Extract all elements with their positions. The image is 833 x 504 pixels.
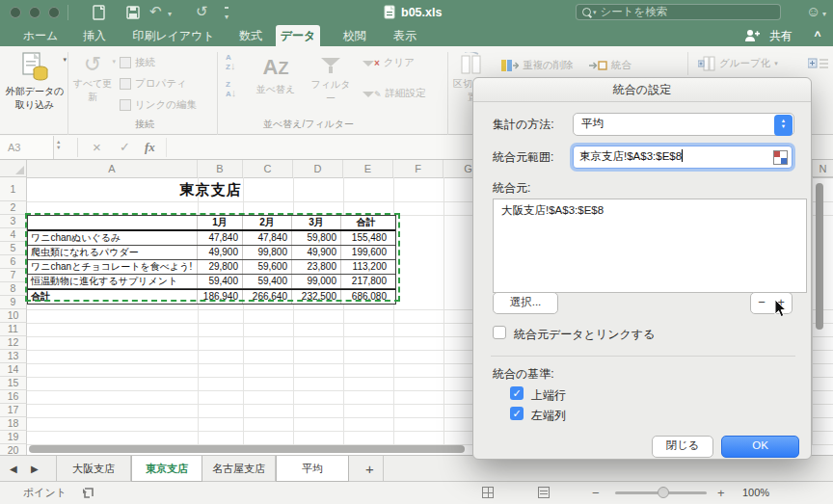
- page-layout-view-icon[interactable]: [538, 487, 550, 498]
- browse-button[interactable]: 選択...: [493, 292, 558, 314]
- tab-view[interactable]: 表示: [384, 25, 426, 46]
- show-detail-button[interactable]: [808, 56, 829, 71]
- remove-duplicates-button[interactable]: 重複の削除: [501, 58, 574, 73]
- sheet-title-cell[interactable]: 東京支店: [27, 177, 394, 201]
- row-header[interactable]: 16: [0, 390, 27, 404]
- undo-caret-icon[interactable]: ▾: [168, 7, 172, 22]
- sheet-tab-heikin[interactable]: 平均: [276, 456, 349, 482]
- name-box[interactable]: A3: [0, 136, 54, 159]
- consolidate-button[interactable]: 統合: [588, 58, 631, 73]
- cell[interactable]: ワニchanぬいぐるみ: [28, 231, 198, 245]
- cell[interactable]: 217,800: [341, 275, 390, 288]
- cell[interactable]: 113,200: [341, 260, 390, 274]
- row-header[interactable]: 6: [0, 255, 27, 269]
- undo-button[interactable]: ↶: [149, 4, 162, 19]
- tab-review[interactable]: 校閲: [334, 25, 376, 46]
- cell[interactable]: 59,400: [198, 275, 243, 288]
- zoom-level[interactable]: 100%: [742, 482, 769, 504]
- enter-icon[interactable]: ✓: [120, 136, 130, 159]
- row-header[interactable]: 7: [0, 269, 27, 282]
- top-row-checkbox[interactable]: ✓: [510, 386, 524, 400]
- cell[interactable]: 199,600: [341, 246, 390, 259]
- sort-button[interactable]: AZ 並べ替え: [251, 52, 301, 96]
- cell[interactable]: 合計: [341, 216, 390, 229]
- column-header[interactable]: C: [243, 160, 293, 177]
- cell[interactable]: 266,640: [243, 290, 292, 304]
- dialog-title[interactable]: 統合の設定: [473, 78, 811, 102]
- advanced-filter-button[interactable]: ✎ 詳細設定: [363, 87, 426, 100]
- minimize-window-button[interactable]: [29, 7, 40, 18]
- row-header[interactable]: 20: [0, 444, 27, 455]
- share-person-icon[interactable]: [744, 29, 760, 46]
- source-item[interactable]: 大阪支店!$A$3:$E$8: [501, 203, 798, 218]
- properties-button[interactable]: プロパティ: [120, 77, 187, 91]
- close-window-button[interactable]: [10, 7, 21, 18]
- edit-links-button[interactable]: リンクの編集: [120, 98, 197, 112]
- row-header[interactable]: 2: [0, 201, 27, 215]
- close-button[interactable]: 閉じる: [652, 436, 713, 458]
- normal-view-icon[interactable]: [482, 487, 494, 498]
- tab-page-layout[interactable]: 印刷レイアウト: [123, 25, 224, 46]
- cell[interactable]: ワニchanとチョコレートを食べよう!: [28, 260, 198, 274]
- search-caret-icon[interactable]: ▾: [593, 9, 597, 16]
- tab-insert[interactable]: 挿入: [73, 25, 116, 46]
- row-header[interactable]: 18: [0, 417, 27, 431]
- feedback-smiley-icon[interactable]: ☺: [806, 4, 820, 19]
- toolbar-overflow-icon[interactable]: ▾: [225, 7, 228, 25]
- zoom-window-button[interactable]: [48, 7, 60, 18]
- cell[interactable]: 49,900: [198, 246, 243, 259]
- clear-filter-button[interactable]: × クリア: [363, 56, 415, 69]
- row-header[interactable]: 9: [0, 296, 27, 309]
- row-header[interactable]: 4: [0, 228, 27, 242]
- left-column-checkbox[interactable]: ✓: [510, 407, 524, 420]
- sort-ascending-button[interactable]: AZ↓: [226, 54, 235, 71]
- vertical-scrollbar[interactable]: [816, 183, 823, 330]
- column-header[interactable]: F: [393, 160, 443, 177]
- name-box-stepper[interactable]: ▲▼: [56, 139, 61, 150]
- sheet-tab-tokyo[interactable]: 東京支店: [131, 456, 202, 482]
- cell[interactable]: 恒温動物に進化するサプリメント: [28, 275, 198, 288]
- row-header[interactable]: 15: [0, 377, 27, 390]
- column-header[interactable]: E: [343, 160, 393, 177]
- connections-button[interactable]: 接続: [120, 56, 155, 69]
- row-header[interactable]: 3: [0, 215, 27, 228]
- row-header[interactable]: 12: [0, 336, 27, 350]
- cell[interactable]: 1月: [198, 216, 243, 229]
- cell[interactable]: 合計: [28, 290, 198, 304]
- column-header[interactable]: D: [293, 160, 343, 177]
- search-input[interactable]: ▾ シートを検索: [576, 4, 781, 20]
- sources-listbox[interactable]: 大阪支店!$A$3:$E$8: [493, 199, 807, 293]
- cell[interactable]: 29,800: [198, 260, 243, 274]
- save-icon[interactable]: [125, 5, 141, 24]
- row-header[interactable]: 17: [0, 404, 27, 417]
- function-dropdown[interactable]: 平均 ▲▼: [573, 113, 794, 136]
- zoom-in-icon[interactable]: +: [717, 482, 725, 504]
- cell[interactable]: 49,900: [292, 246, 341, 259]
- filter-button[interactable]: フィルター: [307, 52, 355, 105]
- cell[interactable]: 99,800: [243, 246, 292, 259]
- add-sheet-button[interactable]: +: [357, 456, 384, 482]
- share-button[interactable]: 共有: [762, 25, 800, 46]
- zoom-out-icon[interactable]: −: [592, 482, 600, 504]
- ok-button[interactable]: OK: [721, 436, 799, 458]
- column-header[interactable]: B: [198, 160, 243, 177]
- reference-input[interactable]: 東京支店!$A$3:$E$8: [573, 146, 793, 169]
- sheet-tab-nagoya[interactable]: 名古屋支店: [202, 456, 276, 482]
- cell[interactable]: 686,080: [341, 290, 390, 304]
- smiley-caret-icon[interactable]: ▾: [822, 7, 826, 22]
- cell[interactable]: 59,800: [292, 231, 341, 245]
- row-header[interactable]: 14: [0, 363, 27, 377]
- cell[interactable]: 3月: [292, 216, 341, 229]
- cell[interactable]: 186,940: [198, 290, 243, 304]
- range-picker-icon[interactable]: [773, 150, 788, 165]
- sheet-tab-osaka[interactable]: 大阪支店: [56, 456, 131, 482]
- cell[interactable]: 23,800: [292, 260, 341, 274]
- row-header[interactable]: 10: [0, 309, 27, 323]
- cell[interactable]: [28, 216, 198, 229]
- new-workbook-icon[interactable]: [92, 5, 107, 24]
- tab-home[interactable]: ホーム: [13, 25, 67, 46]
- column-header[interactable]: A: [27, 160, 198, 177]
- row-header[interactable]: 13: [0, 350, 27, 363]
- cell[interactable]: 2月: [243, 216, 292, 229]
- cell[interactable]: 99,000: [292, 275, 341, 288]
